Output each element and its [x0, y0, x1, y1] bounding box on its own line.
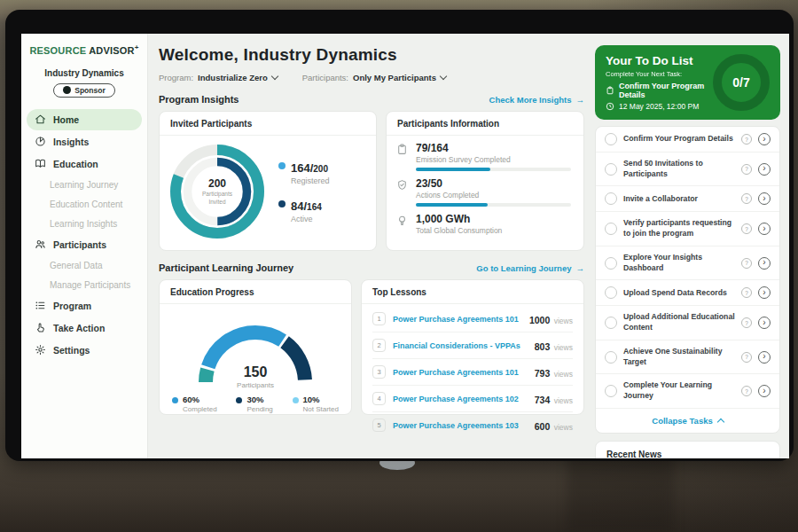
- todo-task-row[interactable]: Explore Your Insights Dashboard ? ›: [596, 246, 779, 280]
- help-icon[interactable]: ?: [741, 258, 752, 269]
- sidebar-item[interactable]: Home: [27, 109, 142, 130]
- help-icon[interactable]: ?: [741, 193, 752, 204]
- legend-dot-icon: [172, 397, 178, 403]
- task-checkbox[interactable]: [605, 317, 617, 329]
- task-checkbox[interactable]: [605, 257, 617, 270]
- sidebar-item-label: General Data: [50, 261, 102, 270]
- task-checkbox[interactable]: [605, 163, 617, 176]
- task-checkbox[interactable]: [605, 286, 617, 299]
- lesson-title-link[interactable]: Power Purchase Agreements 102: [393, 395, 528, 403]
- sidebar-item[interactable]: Insights: [27, 131, 142, 153]
- education-icon: [34, 158, 46, 170]
- clipboard-icon: [606, 86, 614, 95]
- todo-task-row[interactable]: Send 50 Invitations to Participants ? ›: [596, 153, 779, 186]
- recent-news-card: Recent News: [595, 441, 780, 458]
- todo-task-row[interactable]: Upload Additional Educational Content ? …: [596, 306, 779, 340]
- sidebar-item[interactable]: Education Content: [27, 195, 142, 214]
- chevron-right-icon[interactable]: ›: [758, 192, 771, 205]
- org-name: Industry Dynamics: [21, 68, 147, 78]
- sidebar-item[interactable]: Participants: [27, 234, 142, 255]
- chevron-right-icon[interactable]: ›: [758, 351, 771, 364]
- lesson-row: 4 Power Purchase Agreements 102 734 view…: [372, 386, 573, 412]
- help-icon[interactable]: ?: [741, 352, 752, 363]
- help-icon[interactable]: ?: [741, 223, 752, 234]
- logo-plus: +: [135, 43, 139, 51]
- collapse-tasks-link[interactable]: Collapse Tasks: [596, 409, 779, 433]
- chevron-right-icon[interactable]: ›: [758, 163, 771, 176]
- sidebar-item[interactable]: Learning Journey: [27, 176, 142, 194]
- chevron-right-icon[interactable]: ›: [758, 223, 771, 235]
- task-checkbox[interactable]: [605, 385, 617, 397]
- task-checkbox[interactable]: [605, 351, 617, 364]
- todo-task-row[interactable]: Verify participants requesting to join t…: [596, 212, 779, 246]
- sidebar-item-label: Take Action: [53, 323, 105, 333]
- legend-dot-icon: [278, 162, 286, 169]
- monitor-bezel: RESOURCE ADVISOR+ Industry Dynamics Spon…: [5, 10, 794, 461]
- go-to-learning-journey-link[interactable]: Go to Learning Journey →: [476, 263, 584, 273]
- sidebar-item[interactable]: Settings: [27, 340, 142, 361]
- sidebar-item[interactable]: Manage Participants: [27, 276, 142, 294]
- chevron-right-icon[interactable]: ›: [758, 257, 771, 270]
- legend-value: 84/: [291, 200, 307, 213]
- todo-task-row[interactable]: Complete Your Learning Journey ? ›: [596, 374, 779, 408]
- program-insights-title: Program Insights: [159, 94, 239, 105]
- task-checkbox[interactable]: [605, 192, 617, 205]
- help-icon[interactable]: ?: [741, 287, 752, 298]
- todo-task-row[interactable]: Invite a Collaborator ? ›: [596, 186, 779, 212]
- sponsor-badge[interactable]: Sponsor: [21, 83, 147, 98]
- sidebar-item[interactable]: Learning Insights: [27, 215, 142, 233]
- chevron-right-icon[interactable]: ›: [758, 133, 771, 145]
- todo-task-row[interactable]: Achieve One Sustainability Target ? ›: [596, 340, 779, 374]
- lesson-title-link[interactable]: Power Purchase Agreements 103: [393, 421, 528, 430]
- chevron-right-icon[interactable]: ›: [758, 317, 771, 329]
- todo-next-time: 12 May 2025, 12:00 PM: [606, 102, 706, 111]
- check-more-insights-link[interactable]: Check More Insights →: [489, 95, 584, 105]
- task-checkbox[interactable]: [605, 223, 617, 235]
- chevron-right-icon[interactable]: ›: [758, 385, 771, 397]
- lesson-views: 793 views: [535, 364, 573, 380]
- sidebar-item-label: Participants: [53, 239, 106, 250]
- chevron-right-icon[interactable]: ›: [758, 286, 771, 299]
- consumption-icon: [395, 215, 409, 235]
- lesson-title-link[interactable]: Power Purchase Agreements 101: [393, 315, 522, 324]
- program-filter-dropdown[interactable]: Program: Industrialize Zero: [159, 73, 278, 82]
- lesson-rank-badge: 5: [372, 419, 386, 432]
- sidebar-item[interactable]: Program: [27, 295, 142, 317]
- stat-row: 23/50 Actions Completed: [395, 177, 571, 207]
- arrow-right-icon: →: [576, 95, 585, 105]
- lesson-title-link[interactable]: Financial Considerations - VPPAs: [393, 341, 528, 350]
- todo-task-row[interactable]: Confirm Your Program Details ? ›: [596, 127, 779, 153]
- todo-task-row[interactable]: Upload Spend Data Records ? ›: [596, 280, 779, 306]
- participants-filter-dropdown[interactable]: Participants: Only My Participants: [302, 73, 446, 82]
- learning-journey-header: Participant Learning Journey Go to Learn…: [159, 262, 584, 273]
- lesson-rank-badge: 3: [372, 365, 386, 379]
- help-icon[interactable]: ?: [741, 164, 752, 175]
- insights-cards-row: Invited Participants 200 Participants In…: [159, 111, 584, 251]
- legend-dot-icon: [236, 397, 242, 403]
- lesson-row: 3 Power Purchase Agreements 101 793 view…: [372, 359, 573, 386]
- task-label: Verify participants requesting to join t…: [623, 218, 735, 239]
- sidebar-item[interactable]: General Data: [27, 256, 142, 275]
- todo-column: Your To Do List Complete Your Next Task:…: [595, 45, 780, 458]
- sidebar-item[interactable]: Take Action: [27, 317, 142, 339]
- todo-progress-value: 0/7: [732, 75, 749, 90]
- todo-subtitle: Complete Your Next Task:: [606, 70, 706, 78]
- sidebar-item[interactable]: Education: [27, 153, 142, 175]
- task-checkbox[interactable]: [605, 133, 617, 145]
- program-filter-value: Industrialize Zero: [198, 73, 268, 82]
- gauge-legend-item: 30% Pending: [236, 395, 272, 413]
- todo-next-task: Confirm Your Program Details: [606, 82, 706, 99]
- lesson-row: 1 Power Purchase Agreements 101 1000 vie…: [372, 306, 573, 332]
- help-icon[interactable]: ?: [741, 134, 752, 145]
- help-icon[interactable]: ?: [741, 386, 752, 396]
- help-icon[interactable]: ?: [741, 317, 752, 328]
- lesson-title-link[interactable]: Power Purchase Agreements 101: [393, 368, 528, 377]
- center-column: Welcome, Industry Dynamics Program: Indu…: [159, 45, 584, 458]
- todo-tasks-panel: Confirm Your Program Details ? › Send 50…: [595, 126, 780, 434]
- home-icon: [34, 113, 46, 126]
- page-title: Welcome, Industry Dynamics: [159, 45, 584, 65]
- sponsor-icon: [63, 86, 71, 94]
- lesson-views: 734 views: [535, 391, 573, 407]
- main-content: Welcome, Industry Dynamics Program: Indu…: [148, 34, 789, 458]
- progress-fill: [416, 168, 490, 171]
